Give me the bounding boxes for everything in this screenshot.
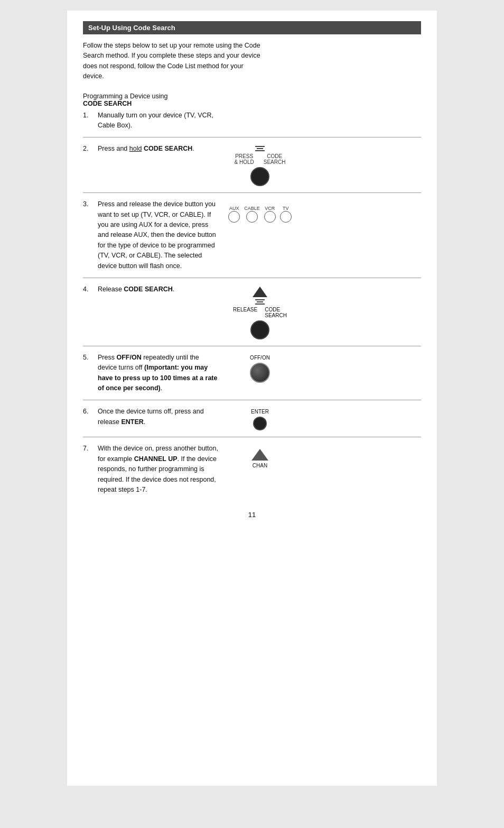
step-4-content: 4. Release CODE SEARCH. xyxy=(83,284,226,339)
release-illustration: RELEASE CODESEARCH xyxy=(233,287,287,339)
step-6-text: Once the device turns off, press and rel… xyxy=(98,407,225,427)
offon-label: OFF/ON xyxy=(250,355,270,361)
divider-1 xyxy=(83,137,421,137)
enter-illustration: ENTER xyxy=(251,409,269,430)
line-bar-r2 xyxy=(257,301,263,302)
step-1-text: Manually turn on your device (TV, VCR, C… xyxy=(98,111,225,131)
step-5: 5. Press OFF/ON repeatedly until the dev… xyxy=(83,353,421,394)
step-4-row: 4. Release CODE SEARCH. xyxy=(83,284,226,295)
step-7: 7. With the device on, press another but… xyxy=(83,444,421,495)
step-5-row: 5. Press OFF/ON repeatedly until the dev… xyxy=(83,353,226,394)
chan-triangle xyxy=(251,449,268,461)
aux-circle xyxy=(228,211,240,223)
steps-area: 1. Manually turn on your device (TV, VCR… xyxy=(83,111,421,495)
step-5-text: Press OFF/ON repeatedly until the device… xyxy=(98,353,225,394)
step-6-illustration: ENTER xyxy=(226,407,294,430)
step-7-illustration: CHAN xyxy=(226,444,294,495)
section-title-line2: CODE SEARCH xyxy=(83,100,132,107)
step-6-row: 6. Once the device turns off, press and … xyxy=(83,407,226,427)
divider-5 xyxy=(83,400,421,400)
section-title-line1: Programming a Device using xyxy=(83,93,168,100)
step-1-num: 1. xyxy=(83,111,98,119)
aux-button: AUX xyxy=(228,206,240,223)
intro-text: Follow the steps below to set up your re… xyxy=(83,41,263,82)
step-3: 3. Press and release the device button y… xyxy=(83,199,421,271)
step-4: 4. Release CODE SEARCH. RELEASE CODESEAR… xyxy=(83,284,421,339)
step-2: 2. Press and hold CODE SEARCH. PRESS& HO… xyxy=(83,144,421,186)
divider-2 xyxy=(83,192,421,193)
cable-circle xyxy=(246,211,258,223)
code-search-button-1 xyxy=(250,167,269,186)
aux-label: AUX xyxy=(229,206,239,211)
vcr-circle xyxy=(264,211,276,223)
code-search-label-1: CODESEARCH xyxy=(264,153,286,165)
release-triangle xyxy=(253,287,267,297)
page-header: Set-Up Using Code Search xyxy=(83,21,421,34)
chan-label: CHAN xyxy=(253,463,267,468)
step-2-illustration: PRESS& HOLD CODESEARCH xyxy=(226,144,294,186)
step-1-illustration xyxy=(226,111,294,131)
step-7-content: 7. With the device on, press another but… xyxy=(83,444,226,495)
vcr-label: VCR xyxy=(265,206,275,211)
line-bar-2 xyxy=(257,148,263,149)
line-bar-1 xyxy=(255,146,265,147)
release-label: RELEASE xyxy=(233,307,257,318)
vcr-button: VCR xyxy=(264,206,276,223)
release-labels: RELEASE CODESEARCH xyxy=(233,307,287,318)
step-3-num: 3. xyxy=(83,199,98,208)
step-2-row: 2. Press and hold CODE SEARCH. xyxy=(83,144,226,154)
step-5-content: 5. Press OFF/ON repeatedly until the dev… xyxy=(83,353,226,394)
page-number: 11 xyxy=(83,511,421,519)
device-buttons-row: AUX CABLE VCR TV xyxy=(228,206,292,223)
step-4-num: 4. xyxy=(83,284,98,293)
lines-icon-2 xyxy=(255,299,265,305)
step-3-content: 3. Press and release the device button y… xyxy=(83,199,226,271)
cable-button: CABLE xyxy=(244,206,260,223)
tv-circle xyxy=(280,211,292,223)
step-1: 1. Manually turn on your device (TV, VCR… xyxy=(83,111,421,131)
step-2-text: Press and hold CODE SEARCH. xyxy=(98,144,200,154)
offon-button xyxy=(250,363,270,383)
press-hold-illustration: PRESS& HOLD CODESEARCH xyxy=(235,146,286,186)
step-7-num: 7. xyxy=(83,444,98,452)
step-6-num: 6. xyxy=(83,407,98,415)
divider-4 xyxy=(83,346,421,346)
line-bar-r1 xyxy=(255,299,265,300)
step-4-illustration: RELEASE CODESEARCH xyxy=(226,284,294,339)
step-6: 6. Once the device turns off, press and … xyxy=(83,407,421,430)
step-3-illustration: AUX CABLE VCR TV xyxy=(226,199,294,271)
step-3-row: 3. Press and release the device button y… xyxy=(83,199,226,271)
press-hold-labels: PRESS& HOLD CODESEARCH xyxy=(235,153,286,165)
step-1-content: 1. Manually turn on your device (TV, VCR… xyxy=(83,111,226,131)
step-2-num: 2. xyxy=(83,144,98,152)
offon-illustration: OFF/ON xyxy=(250,355,270,383)
lines-icon-1 xyxy=(255,146,265,151)
cable-label: CABLE xyxy=(244,206,260,211)
chan-illustration: CHAN xyxy=(251,449,268,468)
section-title: Programming a Device using CODE SEARCH xyxy=(83,93,263,107)
line-bar-3 xyxy=(255,150,265,151)
tv-button: TV xyxy=(280,206,292,223)
step-4-text: Release CODE SEARCH. xyxy=(98,284,180,295)
divider-6 xyxy=(83,437,421,437)
step-7-row: 7. With the device on, press another but… xyxy=(83,444,226,495)
line-bar-r3 xyxy=(255,303,265,305)
step-2-content: 2. Press and hold CODE SEARCH. xyxy=(83,144,226,186)
step-6-content: 6. Once the device turns off, press and … xyxy=(83,407,226,430)
step-5-illustration: OFF/ON xyxy=(226,353,294,394)
tv-label: TV xyxy=(283,206,289,211)
step-7-text: With the device on, press another button… xyxy=(98,444,225,495)
code-search-label-2: CODESEARCH xyxy=(265,307,287,318)
step-5-num: 5. xyxy=(83,353,98,361)
press-hold-text: PRESS& HOLD xyxy=(235,153,254,165)
step-1-row: 1. Manually turn on your device (TV, VCR… xyxy=(83,111,226,131)
code-search-button-2 xyxy=(250,320,269,339)
divider-3 xyxy=(83,278,421,278)
page: Set-Up Using Code Search Follow the step… xyxy=(67,11,437,786)
step-3-text: Press and release the device button you … xyxy=(98,199,225,271)
enter-label: ENTER xyxy=(251,409,269,415)
header-title: Set-Up Using Code Search xyxy=(88,24,175,32)
enter-button xyxy=(253,417,267,430)
